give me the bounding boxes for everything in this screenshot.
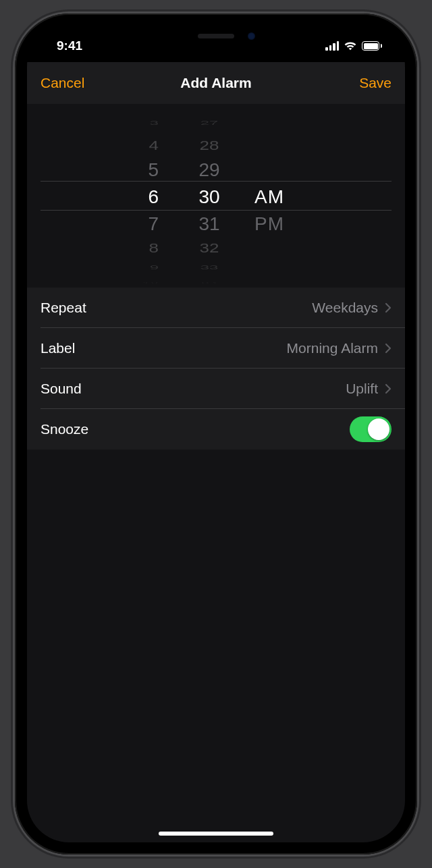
- repeat-label: Repeat: [40, 300, 86, 316]
- sound-value-wrap: Uplift: [346, 381, 392, 397]
- sound-row[interactable]: Sound Uplift: [27, 369, 405, 409]
- picker-hour-option: 7: [118, 213, 179, 234]
- minute-picker[interactable]: 26 27 28 29 30 31 32 33 34: [179, 108, 240, 283]
- picker-hour-option: 4: [118, 138, 179, 154]
- picker-hour-option: 9: [118, 264, 179, 271]
- app-content: Cancel Add Alarm Save 2 3 4 5 6 7 8 9 10: [27, 62, 405, 842]
- snooze-row: Snooze: [27, 409, 405, 450]
- sound-label: Sound: [40, 381, 82, 397]
- chevron-right-icon: [385, 302, 392, 313]
- screen: 9:41 Cancel Add Alar: [27, 26, 405, 842]
- picker-hour-option: 3: [118, 119, 179, 126]
- toggle-knob: [368, 418, 389, 440]
- status-icons: [325, 37, 385, 51]
- side-button: [417, 196, 421, 270]
- picker-ampm-option: PM: [240, 213, 314, 234]
- status-time: 9:41: [47, 34, 82, 53]
- picker-hour-option: 8: [118, 240, 179, 256]
- picker-minute-option: 33: [179, 264, 240, 271]
- picker-ampm-selected: AM: [240, 186, 314, 208]
- device-frame: 9:41 Cancel Add Alar: [15, 13, 417, 855]
- picker-minute-option: 28: [179, 138, 240, 154]
- snooze-toggle[interactable]: [350, 416, 392, 442]
- hour-picker[interactable]: 2 3 4 5 6 7 8 9 10: [118, 108, 179, 283]
- sound-value: Uplift: [346, 381, 378, 397]
- home-indicator[interactable]: [159, 832, 273, 836]
- ampm-picker[interactable]: AM PM: [240, 108, 314, 283]
- cellular-signal-icon: [325, 41, 339, 51]
- picker-minute-option: 27: [179, 119, 240, 126]
- label-row[interactable]: Label Morning Alarm: [27, 328, 405, 369]
- battery-icon: [362, 41, 382, 51]
- save-button[interactable]: Save: [338, 75, 392, 91]
- picker-hour-option: 5: [118, 159, 179, 180]
- picker-hour-selected: 6: [118, 186, 179, 208]
- notch: [136, 26, 296, 50]
- cancel-button[interactable]: Cancel: [40, 75, 94, 91]
- repeat-row[interactable]: Repeat Weekdays: [27, 288, 405, 328]
- picker-minute-option: 29: [179, 159, 240, 180]
- speaker-grille: [198, 34, 234, 38]
- picker-minute-selected: 30: [179, 186, 240, 208]
- repeat-value-wrap: Weekdays: [312, 300, 392, 316]
- snooze-label: Snooze: [40, 421, 88, 437]
- repeat-value: Weekdays: [312, 300, 378, 316]
- alarm-settings-list: Repeat Weekdays Label Morning Alarm: [27, 288, 405, 450]
- label-value: Morning Alarm: [287, 340, 378, 356]
- front-camera: [248, 32, 255, 40]
- label-label: Label: [40, 340, 75, 356]
- time-picker[interactable]: 2 3 4 5 6 7 8 9 10 26 27 28 29 30 31: [27, 104, 405, 288]
- label-value-wrap: Morning Alarm: [287, 340, 392, 356]
- chevron-right-icon: [385, 343, 392, 354]
- picker-hour-option: 10: [118, 282, 179, 283]
- page-title: Add Alarm: [180, 75, 251, 91]
- wifi-icon: [344, 41, 357, 51]
- nav-header: Cancel Add Alarm Save: [27, 62, 405, 104]
- picker-minute-option: 31: [179, 213, 240, 234]
- chevron-right-icon: [385, 383, 392, 394]
- picker-minute-option: 32: [179, 240, 240, 256]
- picker-minute-option: 34: [179, 282, 240, 283]
